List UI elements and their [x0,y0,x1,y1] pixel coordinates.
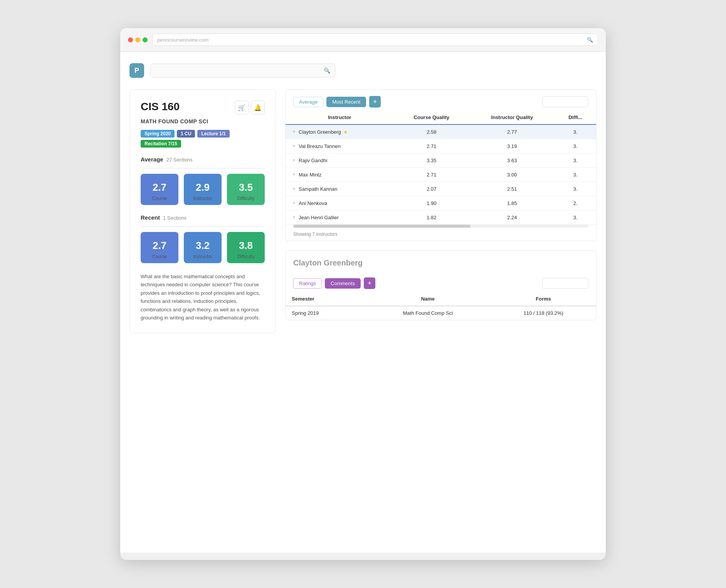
tag-recitation: Recitation 7/15 [141,140,181,148]
average-instructor-label: Instructor [193,196,212,201]
showing-text: Showing 7 instructors [286,228,596,241]
recent-divider [141,226,265,227]
course-quality-cell: 1.82 [394,210,469,225]
scrollbar-thumb [293,225,471,228]
col-instructor: Instructor [286,111,394,124]
star-icon: ★ [343,129,348,135]
browser-toolbar: penncoursereview.com 🔍 [120,28,606,52]
semester-cell: Spring 2019 [286,306,365,320]
average-divider [141,168,265,168]
search-icon: 🔍 [587,37,593,43]
recent-difficulty-value: 3.8 [239,240,253,252]
cart-button[interactable]: 🛒 [235,101,249,114]
course-actions: 🛒 🔔 [235,101,265,114]
recent-course-label: Course [152,254,167,259]
table-row[interactable]: ⚬ Max Mintz 2.71 3.00 3. [286,168,596,182]
instructor-quality-cell: 1.85 [469,196,555,210]
recent-instructor-card: 3.2 Instructor [184,232,222,263]
table-row[interactable]: ⚬ Val Breazu Tannen 2.71 3.19 3. [286,139,596,153]
right-panel: Average Most Recent + Instructor Course … [285,89,597,320]
average-difficulty-card: 3.5 Difficulty [227,174,265,205]
ratings-row[interactable]: Spring 2019 Math Found Comp Sci 110 / 11… [286,306,596,320]
nav-search-bar[interactable]: 🔍 [150,64,335,77]
tag-lecture: Lecture 1/1 [197,130,229,138]
difficulty-cell: 3. [555,168,597,182]
instructor-detail-name: Clayton Greenberg [286,251,596,271]
instructor-quality-cell: 2.77 [469,124,555,139]
table-row[interactable]: ⚬ Ani Nenkova 1.90 1.85 2. [286,196,596,210]
col-instructor-quality: Instructor Quality [469,111,555,124]
toggle-ratings-button[interactable]: Ratings [293,278,322,289]
main-layout: CIS 160 🛒 🔔 MATH FOUND COMP SCI Spring 2… [129,89,597,333]
person-icon: ⚬ [292,157,296,163]
col-course-quality: Course Quality [394,111,469,124]
toggle-comments-button[interactable]: Comments [325,278,361,289]
toggle-average-button[interactable]: Average [293,97,323,107]
person-icon: ⚬ [292,214,296,220]
bell-button[interactable]: 🔔 [251,101,265,114]
difficulty-cell: 3. [555,124,597,139]
instructors-plus-button[interactable]: + [369,96,381,108]
difficulty-cell: 3. [555,210,597,225]
address-text: penncoursereview.com [157,37,208,43]
recent-instructor-label: Instructor [193,254,212,259]
col-semester: Semester [286,292,365,306]
table-row[interactable]: ⚬ Clayton Greenberg ★ 2.58 2.77 3. [286,124,596,139]
course-quality-cell: 2.71 [394,168,469,182]
person-icon: ⚬ [292,171,296,178]
instructor-quality-cell: 3.63 [469,153,555,168]
dot-green [143,37,148,42]
instructor-search-input[interactable] [542,278,588,289]
person-icon: ⚬ [292,186,296,192]
course-header: CIS 160 🛒 🔔 [141,101,265,114]
forms-cell: 110 / 118 (93.2%) [491,306,596,320]
recent-course-card: 2.7 Course [141,232,178,263]
tag-spring: Spring 2020 [141,130,175,138]
average-difficulty-value: 3.5 [239,181,253,193]
course-name: MATH FOUND COMP SCI [141,118,265,124]
instructors-table: Instructor Course Quality Instructor Qua… [286,111,596,225]
col-forms: Forms [491,292,596,306]
person-icon: ⚬ [292,129,296,135]
course-quality-cell: 2.58 [394,124,469,139]
average-course-label: Course [152,196,167,201]
average-difficulty-label: Difficulty [237,196,254,201]
recent-label: Recent [141,214,160,221]
toggle-recent-button[interactable]: Most Recent [326,97,366,107]
instructors-search-input[interactable] [542,96,588,107]
course-quality-cell: 2.71 [394,139,469,153]
ratings-header-row: Semester Name Forms [286,292,596,306]
table-scrollbar[interactable] [293,225,588,228]
recent-header: Recent 1 Sections [141,214,265,221]
table-row[interactable]: ⚬ Sampath Kannan 2.07 2.51 3. [286,182,596,196]
page-content: P 🔍 CIS 160 🛒 🔔 MATH FOUND COMP SCI [120,52,606,553]
instructor-name-text: Rajiv Gandhi [299,158,327,163]
course-tags: Spring 2020 1 CU Lecture 1/1 Recitation … [141,130,265,148]
instructor-name-cell: ⚬ Max Mintz [286,168,394,182]
instructors-section: Average Most Recent + Instructor Course … [285,89,597,241]
instructor-detail-toolbar: Ratings Comments + [286,271,596,289]
instructors-toolbar: Average Most Recent + [286,90,596,108]
instructor-plus-button[interactable]: + [364,277,375,289]
table-row[interactable]: ⚬ Rajiv Gandhi 3.35 3.63 3. [286,153,596,168]
instructor-name-text: Ani Nenkova [299,200,327,206]
search-input[interactable] [155,67,324,74]
course-quality-cell: 2.07 [394,182,469,196]
col-name: Name [365,292,491,306]
dot-yellow [135,37,140,42]
course-quality-cell: 3.35 [394,153,469,168]
recent-sections: 1 Sections [163,215,187,221]
col-difficulty: Diffi... [555,111,597,124]
instructor-name-cell: ⚬ Clayton Greenberg ★ [286,124,394,139]
instructor-name-cell: ⚬ Sampath Kannan [286,182,394,196]
instructor-name-text: Val Breazu Tannen [299,143,341,149]
difficulty-cell: 3. [555,153,597,168]
app-logo: P [129,63,144,78]
instructor-name-cell: ⚬ Ani Nenkova [286,196,394,210]
tag-cu: 1 CU [177,130,195,138]
table-row[interactable]: ⚬ Jean Henri Gallier 1.82 2.24 3. [286,210,596,225]
recent-instructor-value: 3.2 [196,240,210,252]
recent-difficulty-card: 3.8 Difficulty [227,232,265,263]
table-header-row: Instructor Course Quality Instructor Qua… [286,111,596,124]
difficulty-cell: 3. [555,139,597,153]
